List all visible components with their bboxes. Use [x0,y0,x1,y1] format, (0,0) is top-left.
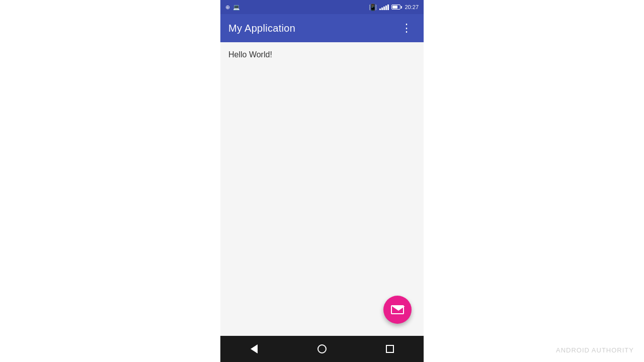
hello-world-text: Hello World! [228,50,272,59]
fab-email-button[interactable] [383,296,412,324]
overflow-menu-button[interactable]: ⋮ [397,19,416,37]
vibrate-icon: 📳 [369,4,377,11]
battery-icon [391,5,402,10]
recents-button[interactable] [375,339,405,359]
main-content: Hello World! [220,42,424,336]
status-bar: ⊕ 💻 📳 20:27 [220,0,424,14]
notification-icon: 💻 [233,4,240,11]
recents-icon [386,345,394,353]
phone-container: ⊕ 💻 📳 20:27 [220,0,424,362]
home-icon [317,344,327,353]
watermark: ANDROID AUTHORITY [556,346,634,354]
email-icon [391,305,404,314]
status-bar-left: ⊕ 💻 [225,4,240,11]
status-bar-right: 📳 20:27 [369,4,419,11]
app-bar: My Application ⋮ [220,14,424,42]
back-icon [251,344,258,353]
back-button[interactable] [239,339,269,359]
home-button[interactable] [307,339,337,359]
nav-bar [220,336,424,362]
app-title: My Application [228,23,295,34]
gps-icon: ⊕ [225,4,230,11]
signal-bars-icon [379,4,389,10]
status-time: 20:27 [405,4,419,10]
